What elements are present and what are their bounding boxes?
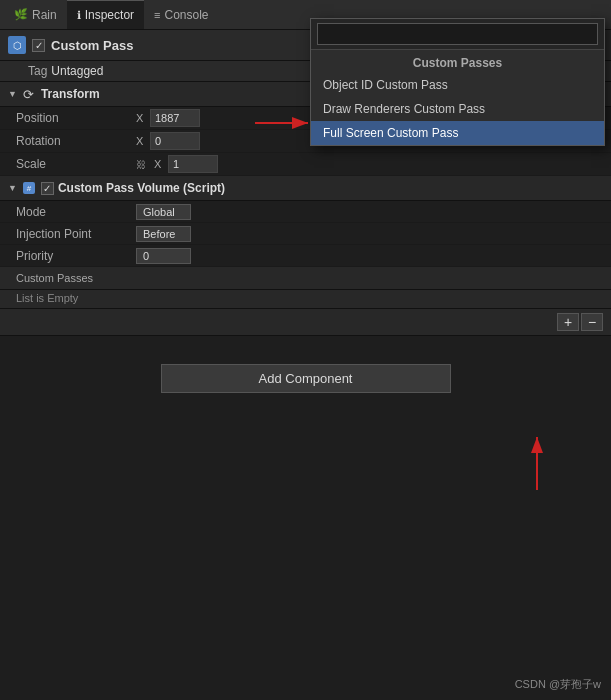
list-empty-label: List is Empty <box>16 292 78 304</box>
mode-row: Mode Global <box>0 201 611 223</box>
tab-inspector[interactable]: ℹ Inspector <box>67 0 144 29</box>
scale-row: Scale ⛓ X <box>0 153 611 176</box>
custom-passes-section: Custom Passes <box>0 267 611 290</box>
custom-passes-label: Custom Passes <box>16 272 93 284</box>
add-component-button[interactable]: Add Component <box>161 364 451 393</box>
add-pass-button[interactable]: + <box>557 313 579 331</box>
dropdown-menu: Custom Passes Object ID Custom Pass Draw… <box>310 18 605 146</box>
scale-x-input[interactable] <box>168 155 218 173</box>
position-x-axis: X <box>136 112 148 124</box>
tag-label: Tag <box>28 64 47 78</box>
scale-x-axis: X <box>154 158 166 170</box>
script-active-checkbox[interactable] <box>41 182 54 195</box>
rotation-x-input[interactable] <box>150 132 200 150</box>
rotation-x-axis: X <box>136 135 148 147</box>
plusminus-row: + − <box>0 309 611 336</box>
object-name: Custom Pass <box>51 38 133 53</box>
dropdown-item-object-id[interactable]: Object ID Custom Pass <box>311 73 604 97</box>
inspector-icon: ℹ <box>77 9 81 22</box>
mode-value[interactable]: Global <box>136 204 191 220</box>
rotation-label: Rotation <box>16 134 136 148</box>
tab-rain-label: Rain <box>32 8 57 22</box>
svg-text:#: # <box>27 184 32 193</box>
position-label: Position <box>16 111 136 125</box>
transform-title: Transform <box>41 87 100 101</box>
scale-x-group: X <box>154 155 218 173</box>
console-icon: ≡ <box>154 9 160 21</box>
transform-arrow-icon: ▼ <box>8 89 17 99</box>
dropdown-category-label: Custom Passes <box>311 50 604 73</box>
tab-inspector-label: Inspector <box>85 8 134 22</box>
tab-rain[interactable]: 🌿 Rain <box>4 0 67 29</box>
object-active-checkbox[interactable] <box>32 39 45 52</box>
add-component-area: Add Component <box>0 336 611 393</box>
dropdown-search-input[interactable] <box>317 23 598 45</box>
transform-icon: ⟳ <box>21 86 37 102</box>
tab-console[interactable]: ≡ Console <box>144 0 218 29</box>
priority-row: Priority 0 <box>0 245 611 267</box>
watermark: CSDN @芽孢子w <box>515 677 601 692</box>
priority-label: Priority <box>16 249 136 263</box>
remove-pass-button[interactable]: − <box>581 313 603 331</box>
tab-console-label: Console <box>164 8 208 22</box>
mode-label: Mode <box>16 205 136 219</box>
script-section-header[interactable]: ▼ # Custom Pass Volume (Script) <box>0 176 611 201</box>
rotation-x-group: X <box>136 132 200 150</box>
dropdown-item-draw-renderers[interactable]: Draw Renderers Custom Pass <box>311 97 604 121</box>
position-x-input[interactable] <box>150 109 200 127</box>
tag-value[interactable]: Untagged <box>51 64 103 78</box>
dropdown-search-area <box>311 19 604 50</box>
object-icon: ⬡ <box>8 36 26 54</box>
scale-label: Scale <box>16 157 136 171</box>
rain-icon: 🌿 <box>14 8 28 21</box>
script-title: Custom Pass Volume (Script) <box>58 181 225 195</box>
position-x-group: X <box>136 109 200 127</box>
priority-value[interactable]: 0 <box>136 248 191 264</box>
script-arrow-icon: ▼ <box>8 183 17 193</box>
scale-lock-icon: ⛓ <box>136 159 146 170</box>
scale-fields: ⛓ X <box>136 155 603 173</box>
script-icon: # <box>21 180 37 196</box>
injection-value[interactable]: Before <box>136 226 191 242</box>
injection-row: Injection Point Before <box>0 223 611 245</box>
dropdown-item-full-screen[interactable]: Full Screen Custom Pass <box>311 121 604 145</box>
list-empty: List is Empty <box>0 290 611 309</box>
injection-label: Injection Point <box>16 227 136 241</box>
